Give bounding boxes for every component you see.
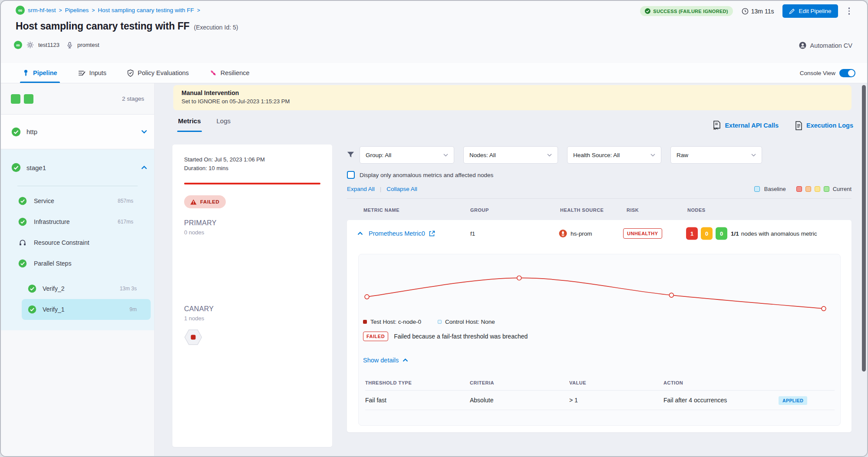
warning-triangle-icon: [190, 199, 197, 205]
success-check-icon: [18, 259, 27, 268]
baseline-legend-swatch: [754, 186, 760, 192]
anomalous-only-label[interactable]: Display only anomalous metrics and affec…: [360, 172, 493, 178]
fail-reason: Failed because a fail-fast threshold was…: [394, 333, 528, 340]
stage-count: 2 stages: [122, 95, 144, 102]
stage-status-square: [11, 94, 20, 104]
verification-duration: Duration: 10 mins: [184, 164, 320, 173]
failed-badge: FAILED: [363, 332, 388, 341]
api-document-icon: API: [713, 121, 721, 130]
stage1-section: stage1 Service 857ms Inf: [1, 149, 154, 330]
execution-duration: 13m 11s: [742, 8, 774, 15]
success-check-icon: [645, 8, 650, 14]
canary-label: CANARY: [184, 305, 320, 313]
step-service[interactable]: Service 857ms: [1, 191, 154, 211]
vertical-scrollbar[interactable]: [862, 85, 866, 372]
banner-subtitle: Set to IGNORE on 05-Jul-2023 1:15:23 PM: [182, 98, 843, 105]
risk-yellow-swatch: [815, 186, 820, 192]
metric-detail-panel: Test Host: c-node-0 Control Host: None F…: [358, 254, 841, 426]
prometheus-icon: [559, 230, 567, 238]
nodes-filter-select[interactable]: Nodes: All: [463, 146, 558, 164]
started-on: Started On: Jul 5, 2023 1:06 PM: [184, 155, 320, 164]
col-value: VALUE: [569, 380, 586, 385]
chevron-down-icon[interactable]: [141, 130, 147, 134]
metrics-logs-tabs: Metrics Logs: [178, 117, 231, 132]
tab-resilience[interactable]: Resilience: [210, 63, 250, 83]
main-tabbar: Pipeline Inputs Policy Evaluations Resil…: [1, 63, 867, 83]
tab-inputs[interactable]: Inputs: [78, 63, 107, 83]
threshold-row: Fail fast Absolute > 1 Fail after 4 occu…: [365, 390, 835, 410]
main-content: Manual Intervention Set to IGNORE on 05-…: [155, 83, 867, 456]
more-options-menu[interactable]: [847, 6, 852, 16]
primary-node-count: 0 nodes: [184, 229, 320, 236]
health-source-filter-select[interactable]: Health Source: All: [567, 146, 661, 164]
console-view-toggle[interactable]: [839, 69, 855, 77]
success-check-icon: [18, 197, 27, 205]
resilience-icon: [210, 69, 217, 76]
chevron-up-icon[interactable]: [141, 166, 147, 170]
success-check-icon: [28, 284, 36, 293]
breadcrumb-pipelines[interactable]: Pipelines: [65, 7, 89, 13]
step-resource-constraint[interactable]: Resource Constraint: [1, 232, 154, 253]
step-duration: 9m: [129, 306, 137, 312]
threshold-type-value: Fail fast: [365, 397, 386, 404]
metric-row[interactable]: Prometheus Metric0 f1: [347, 220, 851, 247]
threshold-details-table: THRESHOLD TYPE CRITERIA VALUE ACTION Fai…: [365, 380, 835, 410]
expand-all-link[interactable]: Expand All: [347, 186, 375, 192]
control-host-label: Control Host: None: [445, 319, 495, 325]
collapse-all-link[interactable]: Collapse All: [386, 186, 417, 192]
col-threshold-type: THRESHOLD TYPE: [365, 380, 412, 385]
step-verify-1-selected[interactable]: Verify_1 9m: [22, 299, 151, 320]
divider: [347, 198, 851, 199]
execution-logs-link[interactable]: Execution Logs: [795, 121, 853, 130]
breadcrumb-separator: >: [92, 7, 95, 13]
nodes-summary: 1/1 nodes with anomalous metric: [731, 230, 817, 237]
tab-pipeline[interactable]: Pipeline: [23, 63, 57, 83]
step-verify-2[interactable]: Verify_2 13m 3s: [22, 278, 151, 299]
stage-http[interactable]: http: [1, 115, 154, 149]
harness-logo-icon: ∞: [16, 6, 25, 15]
action-value: Fail after 4 occurrences: [663, 397, 727, 404]
metric-table-header: METRIC NAME GROUP HEALTH SOURCE RISK NOD…: [347, 207, 851, 214]
step-duration: 617ms: [118, 219, 133, 225]
success-check-icon: [28, 305, 36, 314]
chevron-down-icon: [443, 154, 448, 157]
group-filter-select[interactable]: Group: All: [360, 146, 454, 164]
metric-name-link[interactable]: Prometheus Metric0: [369, 230, 435, 237]
step-infrastructure[interactable]: Infrastructure 617ms: [1, 211, 154, 232]
service-logo-icon: ∞: [14, 41, 22, 49]
col-criteria: CRITERIA: [470, 380, 494, 385]
data-mode-select[interactable]: Raw: [670, 146, 762, 164]
healthy-node-count: 0: [716, 227, 727, 240]
tab-policy-evaluations[interactable]: Policy Evaluations: [127, 63, 189, 83]
clock-icon: [742, 8, 749, 15]
triggered-by: Automation CV: [799, 42, 852, 49]
step-parallel-steps[interactable]: Parallel Steps: [1, 253, 154, 274]
show-details-link[interactable]: Show details: [363, 357, 408, 364]
success-check-icon: [11, 127, 21, 137]
control-host-swatch: [438, 320, 442, 324]
collapse-metric-chevron[interactable]: [357, 232, 363, 235]
risk-orange-swatch: [805, 186, 811, 192]
tab-metrics[interactable]: Metrics: [178, 117, 201, 132]
col-action: ACTION: [663, 380, 683, 385]
col-nodes: NODES: [687, 207, 706, 213]
pencil-icon: [789, 8, 795, 14]
tab-logs[interactable]: Logs: [217, 117, 231, 132]
execution-id: (Execution Id: 5): [194, 24, 238, 31]
resource-constraint-icon: [18, 238, 27, 247]
risk-green-swatch: [824, 186, 829, 192]
stage-stage1[interactable]: stage1: [1, 149, 154, 186]
test-host-swatch: [363, 320, 367, 324]
breadcrumb-pipeline-name[interactable]: Host sampling canary testing with FF: [98, 7, 194, 13]
breadcrumb-project[interactable]: srm-hf-test: [28, 7, 56, 13]
canary-node-hexagon[interactable]: [184, 329, 202, 345]
risk-legend: Baseline Current: [754, 186, 851, 192]
node-risk-counts: 1 0 0: [686, 227, 727, 240]
edit-pipeline-button[interactable]: Edit Pipeline: [782, 4, 838, 18]
service-name: test1123: [38, 42, 59, 48]
status-badge: SUCCESS (FAILURE IGNORED): [640, 6, 733, 16]
monitored-service-icon: [66, 42, 73, 49]
external-api-calls-link[interactable]: API External API Calls: [713, 121, 779, 130]
divider: |: [380, 186, 382, 192]
anomalous-only-checkbox[interactable]: [347, 171, 355, 179]
